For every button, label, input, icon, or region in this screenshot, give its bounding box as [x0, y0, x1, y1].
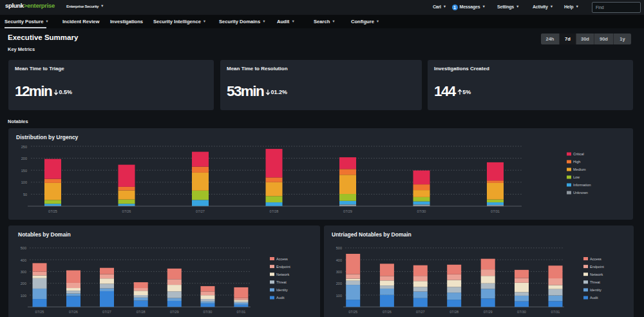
svg-text:Endpoint: Endpoint — [590, 265, 604, 269]
svg-text:07/28: 07/28 — [270, 209, 279, 213]
svg-text:Untriaged Notables by Domain: Untriaged Notables by Domain — [332, 231, 412, 238]
svg-text:Network: Network — [590, 273, 603, 276]
svg-text:Identity: Identity — [590, 288, 601, 292]
svg-text:300: 300 — [21, 270, 26, 274]
svg-text:300: 300 — [336, 270, 342, 274]
svg-text:500: 500 — [21, 246, 26, 250]
svg-text:Threat: Threat — [590, 280, 600, 284]
svg-text:400: 400 — [336, 258, 342, 262]
svg-text:Identity: Identity — [276, 288, 288, 292]
svg-text:100: 100 — [336, 294, 342, 298]
svg-text:500: 500 — [336, 246, 342, 250]
svg-text:07/26: 07/26 — [122, 209, 131, 213]
svg-text:07/25: 07/25 — [348, 310, 357, 314]
svg-text:Distribution by Urgency: Distribution by Urgency — [16, 134, 79, 140]
svg-text:Medium: Medium — [573, 168, 586, 171]
svg-text:07/28: 07/28 — [450, 310, 459, 314]
svg-text:Audit: Audit — [276, 296, 285, 300]
svg-text:Information: Information — [573, 183, 591, 187]
svg-text:Access: Access — [276, 257, 288, 261]
svg-text:Endpoint: Endpoint — [276, 265, 290, 269]
svg-text:07/26: 07/26 — [383, 310, 392, 314]
svg-text:Unknown: Unknown — [573, 191, 588, 195]
svg-text:High: High — [573, 160, 580, 164]
svg-text:200: 200 — [21, 282, 26, 285]
svg-text:07/30: 07/30 — [417, 209, 426, 213]
svg-text:07/29: 07/29 — [484, 310, 493, 314]
svg-text:07/29: 07/29 — [170, 310, 179, 314]
svg-text:Access: Access — [590, 257, 601, 261]
svg-text:07/27: 07/27 — [102, 310, 111, 314]
svg-text:100: 100 — [21, 294, 26, 298]
svg-text:Threat: Threat — [276, 280, 287, 284]
svg-text:Network: Network — [276, 273, 289, 276]
svg-text:400: 400 — [21, 258, 26, 262]
svg-text:07/31: 07/31 — [237, 310, 246, 314]
svg-text:07/27: 07/27 — [416, 310, 425, 314]
svg-text:50: 50 — [23, 193, 27, 197]
svg-text:07/25: 07/25 — [48, 209, 57, 213]
svg-text:150: 150 — [21, 169, 27, 173]
svg-text:07/29: 07/29 — [343, 209, 352, 213]
svg-text:250: 250 — [21, 145, 27, 149]
svg-text:Audit: Audit — [590, 296, 598, 300]
svg-text:07/31: 07/31 — [491, 209, 500, 213]
svg-text:200: 200 — [21, 157, 27, 160]
svg-text:07/27: 07/27 — [196, 209, 205, 213]
svg-text:07/26: 07/26 — [69, 310, 78, 314]
svg-text:100: 100 — [21, 180, 27, 184]
svg-text:07/25: 07/25 — [35, 310, 44, 314]
svg-text:Notables by Domain: Notables by Domain — [18, 231, 71, 238]
svg-text:07/30: 07/30 — [517, 310, 526, 314]
svg-text:07/31: 07/31 — [551, 310, 560, 314]
svg-text:07/28: 07/28 — [137, 310, 146, 314]
svg-text:07/30: 07/30 — [204, 310, 213, 314]
svg-text:Low: Low — [573, 175, 580, 179]
svg-text:200: 200 — [336, 282, 342, 285]
svg-text:Critical: Critical — [573, 152, 584, 156]
